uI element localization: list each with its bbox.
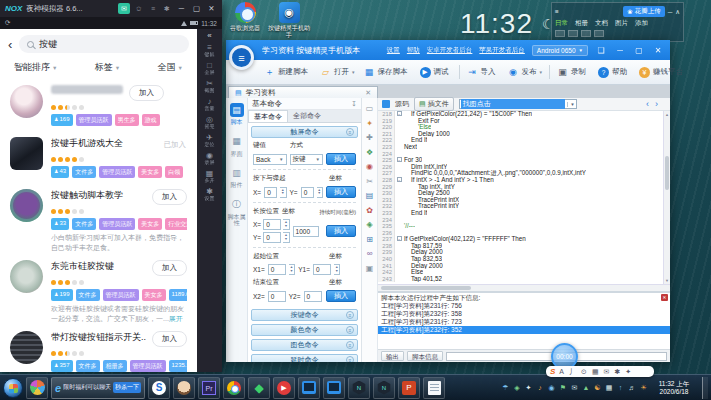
fold-marker[interactable] — [395, 256, 403, 263]
tool-icon[interactable]: ⊞ — [366, 235, 373, 244]
toolbar-button[interactable] — [549, 65, 550, 79]
panel-tab[interactable]: 全部命令 — [288, 110, 326, 122]
output-row[interactable]: 工程[学习资料]第232行: 352 — [378, 326, 670, 334]
ime-tool-icon[interactable]: ✱ — [614, 368, 620, 376]
stepper[interactable]: ▲▼ — [334, 264, 340, 275]
close-tab-icon[interactable]: ✕ — [365, 89, 371, 97]
y-input[interactable]: 0 — [301, 187, 314, 198]
menu-icon[interactable]: ≡ — [148, 5, 158, 12]
nox-tool-button[interactable]: ≡ 键鼠 — [204, 44, 215, 58]
taskbar-app[interactable] — [173, 377, 195, 399]
tool-icon[interactable]: ▭ — [366, 104, 374, 113]
stepper[interactable]: ▲▼ — [289, 264, 295, 275]
nox-tool-button[interactable]: ✂ 截图 — [204, 80, 215, 94]
minimize-icon[interactable]: ─ — [176, 4, 187, 13]
join-button[interactable]: 加入 — [129, 85, 164, 101]
taskbar-app[interactable] — [298, 377, 320, 399]
fold-marker[interactable] — [395, 190, 403, 197]
group-list-item[interactable]: 带灯按键按钮指示开关... 加入 357文件多相册多管理员活跃1235.3km … — [0, 325, 197, 372]
taskbar-app[interactable]: P — [398, 377, 420, 399]
maximize-icon[interactable]: ▢ — [633, 46, 645, 55]
taskbar-app[interactable]: N — [373, 377, 395, 399]
source-toggle[interactable]: 源码 — [395, 99, 409, 109]
fold-marker[interactable] — [395, 230, 403, 237]
toolbar-button[interactable] — [459, 65, 460, 79]
settings-link[interactable]: 设置 — [387, 46, 400, 55]
tool-icon[interactable]: ❖ — [366, 148, 373, 157]
tray-icon[interactable]: ♪ — [536, 384, 545, 391]
collapse-icon[interactable]: ∧ — [675, 8, 680, 16]
toolbar-button[interactable]: ▱ 打开 ▾ — [320, 67, 355, 78]
output-tab[interactable]: 输出 — [381, 351, 404, 361]
upload-panel-tab[interactable]: 文档 — [595, 19, 608, 28]
stepper[interactable]: ▲▼ — [283, 219, 289, 230]
tray-icon[interactable]: ▦ — [605, 384, 614, 392]
panel-tab[interactable]: 基本命令 — [248, 110, 288, 122]
fold-marker[interactable] — [395, 144, 403, 151]
menu-icon[interactable]: ≡ — [555, 8, 559, 15]
fold-marker[interactable] — [395, 124, 403, 131]
fold-marker[interactable] — [395, 243, 403, 250]
ime-tool-icon[interactable]: ▦ — [592, 368, 599, 376]
tray-icon[interactable]: ◉ — [547, 384, 556, 392]
stepper[interactable]: ▲▼ — [283, 232, 289, 243]
tray-icon[interactable]: ▲ — [582, 384, 591, 391]
nav-item[interactable]: ⓘ 脚本属性 — [226, 198, 247, 227]
taskbar-app[interactable] — [26, 377, 48, 399]
toolbar-button[interactable]: ¥ 赚钱平台 — [639, 67, 686, 78]
function-selector[interactable]: 找图点击▼ — [459, 99, 577, 109]
taskbar-app[interactable] — [223, 377, 245, 399]
tool-icon[interactable]: ▣ — [366, 264, 374, 273]
tray-icon[interactable]: ☀ — [639, 384, 648, 392]
back-icon[interactable]: ‹ — [8, 38, 12, 51]
fold-marker[interactable] — [395, 170, 403, 177]
fold-marker[interactable] — [395, 276, 403, 283]
y-input[interactable]: 0 — [263, 232, 281, 243]
nox-tool-button[interactable]: ▦ 多开 — [204, 170, 215, 184]
filter-dropdown[interactable]: 标签▼ — [95, 61, 120, 74]
fold-marker[interactable] — [395, 118, 403, 125]
tool-icon[interactable]: ✦ — [366, 119, 373, 128]
help-link[interactable]: 帮助 — [407, 46, 420, 55]
forward-arrow-icon[interactable]: › — [655, 99, 658, 109]
code-editor[interactable]: 218 - If GetPixelColor(221,242) = "15C00… — [378, 111, 670, 284]
message-icon[interactable]: ✉ — [118, 3, 130, 14]
device-selector[interactable]: Android 0650▼ — [532, 45, 588, 56]
section-header[interactable]: 延时命令≡ — [251, 354, 358, 362]
nox-tool-button[interactable]: ✈ 定位 — [204, 134, 215, 148]
ime-tool-icon[interactable]: ⊙ — [581, 368, 587, 376]
panel-scroll[interactable]: 触屏命令≡ 键值 方式 Back▼ 按键▼ 插入 按下与弹 — [248, 123, 361, 362]
fold-marker[interactable]: - — [395, 177, 403, 184]
taskbar-app[interactable]: ▶ — [273, 377, 295, 399]
insert-button[interactable]: 插入 — [326, 225, 356, 237]
gear-icon[interactable]: ✱ — [162, 5, 172, 13]
toolbar-button[interactable]: ◉ 发布 ▾ — [508, 67, 543, 78]
fold-marker[interactable] — [395, 263, 403, 270]
tray-icon[interactable]: ☯ — [593, 384, 602, 392]
y2-input[interactable]: 0 — [304, 291, 322, 302]
expand-link[interactable]: 展开 — [169, 315, 183, 322]
insert-file-button[interactable]: ▤插文件 — [414, 97, 454, 111]
duration-input[interactable]: 1000 — [293, 226, 319, 237]
nox-tool-button[interactable]: ◎ 摇晃 — [204, 116, 215, 130]
ime-tool-icon[interactable]: A — [559, 368, 564, 375]
nox-tool-button[interactable]: □ 全屏 — [204, 62, 215, 76]
nav-item[interactable]: ▦ 界面 — [226, 135, 247, 158]
stepper[interactable]: ▲▼ — [280, 187, 286, 198]
tray-icon[interactable]: ♬ — [628, 384, 637, 391]
section-header[interactable]: 按键命令≡ — [251, 309, 358, 321]
collapse-icon[interactable]: « — [207, 31, 211, 40]
taskbar-app[interactable]: Pr — [198, 377, 220, 399]
nox-tool-button[interactable]: ✱ 设置 — [204, 188, 215, 202]
tray-icon[interactable]: ⚑ — [559, 384, 568, 392]
join-button[interactable]: 加入 — [152, 331, 187, 347]
x-input[interactable]: 0 — [264, 187, 277, 198]
key-value-select[interactable]: Back▼ — [253, 154, 287, 165]
desktop-icon-browser[interactable]: 谷歌浏览器 — [224, 2, 266, 32]
group-list-item[interactable]: 按键触动脚本教学 加入 33文件多管理员活跃美女多行业交流 小白萌新学习脚本可加… — [0, 183, 197, 254]
star-icon[interactable]: ✩ — [134, 5, 144, 13]
desktop-icon-anjian[interactable]: ◉ 按键精灵手机助手 — [268, 2, 310, 39]
tray-icon[interactable]: ◈ — [513, 384, 522, 392]
script-tab[interactable]: ▤ 学习资料 ✕ — [228, 86, 378, 98]
taskbar-app[interactable]: N — [348, 377, 370, 399]
